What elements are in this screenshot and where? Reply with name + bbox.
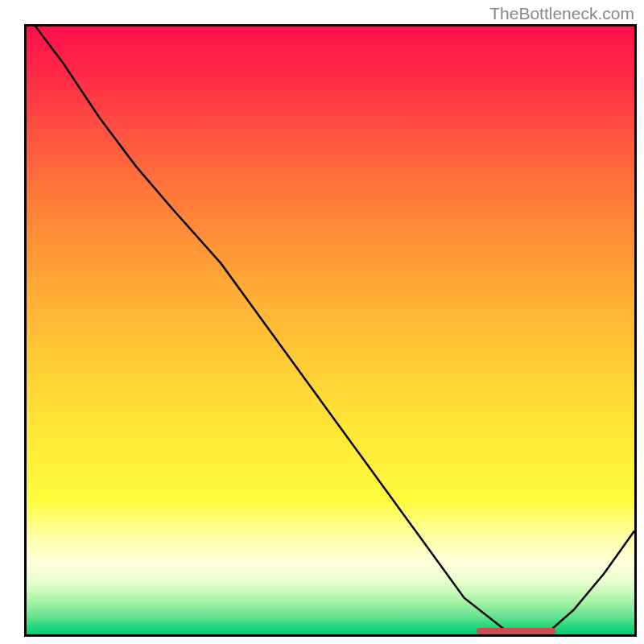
chart-area — [24, 24, 637, 637]
chart-curve-svg — [27, 27, 634, 634]
optimal-zone-marker — [477, 628, 555, 634]
watermark-text: TheBottleneck.com — [489, 4, 634, 23]
curve-line — [27, 27, 634, 631]
